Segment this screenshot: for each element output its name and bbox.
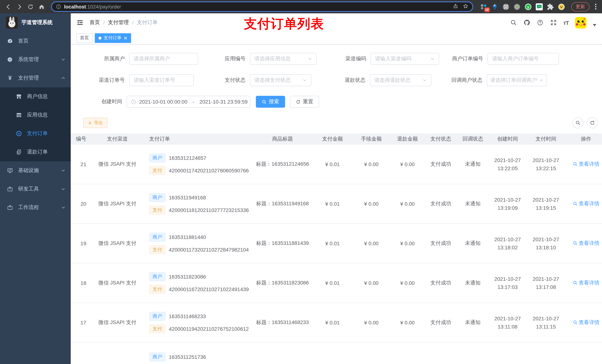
header-search-icon[interactable] bbox=[510, 19, 517, 26]
user-avatar[interactable] bbox=[575, 17, 586, 28]
create-time: 2021-10-2713:18:02 bbox=[489, 235, 526, 251]
pay-amount: ¥ 0.01 bbox=[312, 161, 353, 167]
table-row: 21 微信 JSAPI 支付 商户1635312124657 支付4200001… bbox=[71, 145, 602, 184]
extension-chat-icon[interactable] bbox=[535, 3, 543, 10]
reset-button[interactable]: 重置 bbox=[290, 96, 319, 108]
sidebar-item-home[interactable]: 首页 bbox=[0, 32, 71, 50]
pay-order-cell: 商户1635311823086 支付4200001167202110271022… bbox=[143, 272, 253, 294]
field-label: 应用编号 bbox=[198, 55, 250, 62]
view-detail-link[interactable]: 查看详情 bbox=[573, 200, 599, 207]
close-icon[interactable] bbox=[124, 36, 127, 40]
pay-order-cell: 商户1635311949168 支付4200001181202110277723… bbox=[143, 193, 253, 215]
app-select[interactable]: 请选择应用信息 bbox=[250, 53, 317, 65]
search-icon bbox=[575, 120, 580, 125]
bookmark-star-icon[interactable] bbox=[463, 3, 468, 10]
field-label: 商户订单编号 bbox=[439, 55, 488, 62]
breadcrumb: 首页 / 支付管理 / 支付订单 bbox=[90, 19, 158, 26]
extension-badge: 10 bbox=[484, 7, 490, 12]
browser-menu-button[interactable] bbox=[593, 4, 598, 10]
create-time: 2021-10-2713:19:09 bbox=[489, 196, 526, 212]
chevron-up-icon bbox=[61, 76, 65, 80]
sidebar-item-devtools[interactable]: 研发工具 bbox=[0, 180, 71, 198]
fee-amount: ¥ 0.00 bbox=[353, 201, 390, 207]
view-detail-link[interactable]: 查看详情 bbox=[573, 240, 599, 247]
sidebar-item-merchant-info[interactable]: 商户信息 bbox=[0, 87, 71, 106]
breadcrumb-pay[interactable]: 支付管理 bbox=[108, 19, 129, 26]
sidebar-item-system[interactable]: 系统管理 bbox=[0, 50, 71, 69]
back-button[interactable] bbox=[4, 2, 13, 11]
sidebar-item-infra[interactable]: 基础设施 bbox=[0, 161, 71, 180]
pay-time: 2021-10-2713:22:15 bbox=[526, 156, 566, 172]
search-button[interactable]: 搜索 bbox=[256, 96, 285, 108]
notify-status: 未通知 bbox=[456, 161, 489, 167]
channel-code-select[interactable]: 请输入渠道编码 bbox=[371, 53, 439, 65]
site-info-icon[interactable] bbox=[56, 4, 61, 9]
extensions-puzzle-icon[interactable] bbox=[547, 3, 554, 10]
pay-status: 支付成功 bbox=[425, 161, 456, 167]
reload-button[interactable] bbox=[26, 2, 35, 11]
table-row-partial: 商户1635311251736 bbox=[71, 343, 602, 364]
export-button[interactable]: 导出 bbox=[83, 118, 107, 128]
extension-y-icon[interactable]: y bbox=[524, 3, 532, 10]
chevron-down-icon bbox=[61, 187, 65, 191]
pay-order-cell: 商户1635311251736 bbox=[143, 343, 253, 361]
refund-amount: ¥ 0.00 bbox=[390, 161, 425, 167]
sidebar-item-app-info[interactable]: 应用信息 bbox=[0, 106, 71, 124]
view-detail-link[interactable]: 查看详情 bbox=[573, 280, 599, 286]
refresh-table-button[interactable] bbox=[587, 117, 598, 128]
url-bar[interactable]: localhost:1024/pay/order bbox=[51, 1, 473, 12]
help-icon[interactable] bbox=[537, 19, 544, 26]
order-id: 17 bbox=[71, 320, 91, 325]
merchant-order-no: 1635311251736 bbox=[169, 354, 206, 360]
field-label: 所属商户 bbox=[84, 55, 129, 62]
merchant-select[interactable]: 请选择所属商户 bbox=[129, 53, 198, 65]
extension-tiles-icon[interactable]: 10 bbox=[480, 3, 488, 10]
create-time-range-picker[interactable]: 2021-10-01 00:00:00 - 2021-10-31 23:59:5… bbox=[127, 96, 250, 108]
pay-channel: 微信 JSAPI 支付 bbox=[91, 200, 143, 207]
pay-status-select[interactable]: 请选择支付状态 bbox=[250, 74, 311, 86]
refund-status-select[interactable]: 请选择退款状态 bbox=[370, 74, 431, 86]
merchant-order-no-input[interactable]: 请输入商户订单编号 bbox=[488, 53, 559, 65]
tab-home[interactable]: 首页 bbox=[76, 33, 93, 43]
chevron-down-icon bbox=[61, 205, 65, 210]
sidebar-item-pay-order[interactable]: ¥ 支付订单 bbox=[0, 124, 71, 143]
github-icon[interactable] bbox=[523, 19, 530, 26]
forward-button[interactable] bbox=[15, 2, 24, 11]
fee-amount: ¥ 0.00 bbox=[353, 280, 390, 286]
extension-command-icon[interactable] bbox=[502, 3, 510, 10]
view-detail-link[interactable]: 查看详情 bbox=[573, 319, 599, 326]
chevron-down-icon bbox=[301, 78, 307, 83]
extension-kite-icon[interactable] bbox=[491, 3, 499, 10]
pay-order-no: 4200001194202110276752100612 bbox=[169, 326, 249, 332]
channel-order-no-input[interactable]: 请输入渠道订单号 bbox=[129, 74, 194, 86]
field-label: 渠道订单号 bbox=[84, 77, 129, 83]
share-icon[interactable] bbox=[453, 3, 458, 10]
tab-pay-order[interactable]: 支付订单 bbox=[95, 33, 131, 43]
search-icon bbox=[573, 201, 578, 206]
font-size-icon[interactable]: тT bbox=[563, 20, 569, 26]
sidebar-fold-icon[interactable] bbox=[76, 19, 84, 26]
extension-record-icon[interactable] bbox=[513, 3, 521, 10]
rabbit-logo-icon bbox=[6, 17, 18, 29]
chrome-update-button[interactable]: 更新 bbox=[571, 2, 589, 11]
sidebar-item-workflow[interactable]: 工作流程 bbox=[0, 198, 71, 217]
avatar-dropdown-caret[interactable] bbox=[593, 24, 596, 26]
pay-status: 支付成功 bbox=[425, 280, 456, 286]
pay-time: 2021-10-2713:19:15 bbox=[526, 196, 566, 212]
chevron-down-icon bbox=[306, 57, 312, 61]
order-id: 19 bbox=[71, 240, 91, 246]
notify-status-select[interactable]: 请选择订单回调商户状态 bbox=[487, 74, 547, 86]
view-detail-link[interactable]: 查看详情 bbox=[573, 161, 599, 167]
fullscreen-icon[interactable] bbox=[550, 19, 557, 26]
home-button[interactable] bbox=[37, 2, 46, 11]
chevron-down-icon bbox=[421, 78, 427, 83]
app-logo[interactable]: 芋道管理系统 bbox=[0, 13, 71, 32]
sidebar-item-pay[interactable]: ¥ 支付管理 bbox=[0, 69, 71, 87]
browser-toolbar: localhost:1024/pay/order 10 y 更新 bbox=[0, 0, 602, 13]
sidebar-item-refund-order[interactable]: 退款订单 bbox=[0, 143, 71, 161]
chevron-down-icon bbox=[61, 168, 65, 173]
toggle-search-button[interactable] bbox=[572, 117, 583, 128]
breadcrumb-home[interactable]: 首页 bbox=[90, 19, 100, 26]
profile-emoji-icon[interactable] bbox=[558, 3, 565, 10]
search-icon bbox=[573, 162, 578, 167]
